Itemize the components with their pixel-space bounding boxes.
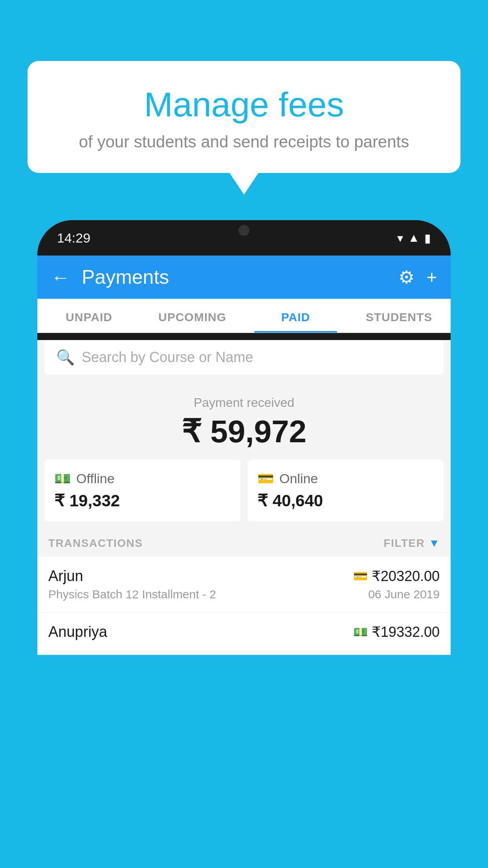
battery-icon: ▮ <box>424 231 431 245</box>
transaction-description: Physics Batch 12 Installment - 2 <box>48 588 216 601</box>
transaction-item[interactable]: Anupriya 💵 ₹19332.00 <box>37 612 451 655</box>
online-amount: ₹ 40,640 <box>257 491 434 510</box>
payment-received-amount: ₹ 59,972 <box>45 413 443 450</box>
transaction-detail-row: Physics Batch 12 Installment - 2 06 June… <box>48 588 440 601</box>
offline-label: Offline <box>76 471 115 486</box>
plus-icon[interactable]: + <box>426 267 437 288</box>
transaction-name: Anupriya <box>48 623 107 640</box>
online-icon: 💳 <box>257 471 274 486</box>
transaction-item[interactable]: Arjun 💳 ₹20320.00 Physics Batch 12 Insta… <box>37 557 451 612</box>
phone-container: 14:29 ▾ ▲ ▮ ← Payments ⚙ + UNPAID <box>37 220 451 868</box>
search-icon: 🔍 <box>56 349 75 366</box>
transactions-label: TRANSACTIONS <box>48 537 143 550</box>
speech-bubble-title: Manage fees <box>47 85 441 125</box>
gear-icon[interactable]: ⚙ <box>398 267 415 288</box>
payment-type-icon: 💵 <box>353 625 368 639</box>
tab-unpaid[interactable]: UNPAID <box>37 299 141 333</box>
transaction-date: 06 June 2019 <box>368 588 440 601</box>
online-card: 💳 Online ₹ 40,640 <box>248 460 444 521</box>
search-bar[interactable]: 🔍 Search by Course or Name <box>44 340 444 375</box>
speech-bubble-subtitle: of your students and send receipts to pa… <box>47 132 441 151</box>
status-icons: ▾ ▲ ▮ <box>397 231 431 245</box>
tab-students[interactable]: STUDENTS <box>347 299 451 333</box>
app-bar: ← Payments ⚙ + <box>37 256 451 299</box>
tab-paid[interactable]: PAID <box>244 299 347 333</box>
payment-cards: 💵 Offline ₹ 19,332 💳 Online ₹ 40,640 <box>37 460 451 530</box>
search-placeholder: Search by Course or Name <box>82 349 253 366</box>
signal-icon: ▲ <box>408 231 420 245</box>
notch <box>215 220 273 242</box>
status-time: 14:29 <box>57 230 90 246</box>
filter-label: FILTER <box>383 537 425 550</box>
offline-card: 💵 Offline ₹ 19,332 <box>44 460 240 521</box>
transaction-row: Arjun 💳 ₹20320.00 <box>48 568 440 585</box>
offline-icon: 💵 <box>54 471 71 486</box>
status-bar: 14:29 ▾ ▲ ▮ <box>37 220 451 256</box>
tabs: UNPAID UPCOMING PAID STUDENTS <box>37 299 451 333</box>
payment-received-section: Payment received ₹ 59,972 <box>37 382 451 460</box>
back-button[interactable]: ← <box>51 267 70 288</box>
camera-dot <box>238 225 250 236</box>
filter-container[interactable]: FILTER ▼ <box>383 537 440 550</box>
transactions-header: TRANSACTIONS FILTER ▼ <box>37 530 451 557</box>
payment-received-label: Payment received <box>45 395 443 410</box>
phone-frame: 14:29 ▾ ▲ ▮ ← Payments ⚙ + UNPAID <box>37 220 451 655</box>
app-bar-icons: ⚙ + <box>398 267 437 288</box>
online-label: Online <box>279 471 318 486</box>
content-area: 🔍 Search by Course or Name Payment recei… <box>37 340 451 655</box>
speech-bubble-container: Manage fees of your students and send re… <box>28 61 460 173</box>
transaction-name: Arjun <box>48 568 83 585</box>
transaction-amount-row: 💵 ₹19332.00 <box>353 624 440 640</box>
app-bar-title: Payments <box>82 266 398 289</box>
transaction-row: Anupriya 💵 ₹19332.00 <box>48 623 440 640</box>
tab-upcoming[interactable]: UPCOMING <box>141 299 244 333</box>
transaction-amount-row: 💳 ₹20320.00 <box>353 568 440 585</box>
payment-type-icon: 💳 <box>353 569 368 583</box>
wifi-icon: ▾ <box>397 231 403 245</box>
transaction-amount: ₹19332.00 <box>372 624 440 640</box>
filter-icon: ▼ <box>429 537 440 550</box>
speech-bubble: Manage fees of your students and send re… <box>28 61 460 173</box>
transaction-amount: ₹20320.00 <box>372 568 440 585</box>
offline-amount: ₹ 19,332 <box>54 491 231 510</box>
